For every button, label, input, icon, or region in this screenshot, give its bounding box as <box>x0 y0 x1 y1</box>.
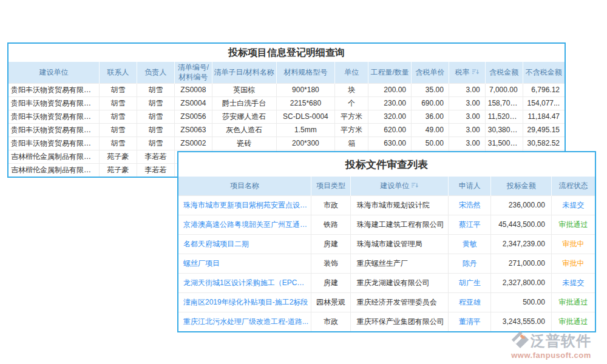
review-cell-0[interactable]: 潼南区2019年绿化补贴项目-施工2标段 <box>178 293 311 312</box>
sort-icon[interactable] <box>472 69 479 75</box>
detail-cell-4: 莎安娜人造石 <box>212 110 276 124</box>
detail-cell-10: 158,700... <box>485 97 523 110</box>
column-label: 建设单位 <box>39 68 69 76</box>
column-label: 联系人 <box>107 68 129 76</box>
detail-cell-8: 50.00 <box>412 137 449 150</box>
review-cell-5: 审批通过 <box>551 293 595 312</box>
detail-column-header-9[interactable]: 税率 <box>449 62 485 84</box>
detail-cell-10: 31,500.00 <box>485 137 523 150</box>
review-cell-5: 未提交 <box>551 274 595 293</box>
bid-review-list-panel: 投标文件审查列表 项目名称项目类型建设单位申请人投标金额流程状态 珠海市城市更新… <box>177 151 596 332</box>
detail-cell-5: 900*180 <box>276 84 335 97</box>
detail-column-header-7: 工程量/数量 <box>368 62 412 84</box>
detail-cell-3: ZS0056 <box>174 110 212 124</box>
column-label: 清单编号/材料编号 <box>178 63 209 81</box>
fanpu-watermark: 泛普软件 www.fanpusoft.com <box>511 331 591 360</box>
detail-column-header-8: 含税单价 <box>412 62 449 84</box>
detail-cell-2: 胡雪 <box>137 137 175 150</box>
detail-cell-5: 200*300 <box>276 137 335 150</box>
review-row: 珠海市城市更新项目紫桐苑安置点设计...市政珠海市城市规划设计院宋浩然236,0… <box>178 196 595 215</box>
detail-cell-6: 箱 <box>335 137 368 150</box>
detail-cell-11: 154,077... <box>523 97 565 110</box>
detail-cell-2: 胡雪 <box>137 110 175 124</box>
review-row: 潼南区2019年绿化补贴项目-施工2标段园林景观重庆经济开发管理委员会程亚雄50… <box>178 293 595 312</box>
review-cell-0[interactable]: 龙湖天街城1区设计采购施工（EPC）... <box>178 274 311 293</box>
review-header-row: 项目名称项目类型建设单位申请人投标金额流程状态 <box>178 177 595 196</box>
detail-cell-6: 块 <box>335 84 368 97</box>
detail-row: 贵阳丰沃物资贸易有限公司胡雪胡雪ZS0008英国棕900*180块200.003… <box>8 84 565 97</box>
detail-cell-3: ZS0063 <box>174 124 212 137</box>
detail-cell-8: 35.00 <box>412 84 449 97</box>
review-panel-title: 投标文件审查列表 <box>178 152 595 177</box>
fanpu-logo-icon <box>511 331 529 351</box>
column-label: 清单子目/材料名称 <box>214 68 274 76</box>
detail-cell-1: 胡雪 <box>100 84 137 97</box>
review-cell-3[interactable]: 董清平 <box>448 312 491 332</box>
column-label: 单位 <box>344 68 359 76</box>
review-table: 项目名称项目类型建设单位申请人投标金额流程状态 珠海市城市更新项目紫桐苑安置点设… <box>178 177 595 331</box>
detail-panel-title: 投标项目信息登记明细查询 <box>8 44 565 62</box>
detail-cell-10: 7,000.00 <box>485 84 523 97</box>
column-label: 负责人 <box>144 68 166 76</box>
review-column-header-2[interactable]: 建设单位 <box>350 177 448 196</box>
review-cell-0[interactable]: 珠海市城市更新项目紫桐苑安置点设计... <box>178 196 311 215</box>
review-cell-0[interactable]: 重庆江北污水处理厂级改造工程-道路... <box>178 312 311 332</box>
detail-header-row: 建设单位联系人负责人清单编号/材料编号清单子目/材料名称材料规格型号单位工程量/… <box>8 62 565 84</box>
column-label: 税率 <box>455 68 470 76</box>
column-label: 工程量/数量 <box>370 68 409 76</box>
column-label: 含税金额 <box>489 68 518 76</box>
review-cell-3[interactable]: 程亚雄 <box>448 293 491 312</box>
detail-cell-3: ZS0008 <box>174 84 212 97</box>
detail-cell-0: 贵阳丰沃物资贸易有限公司 <box>8 84 100 97</box>
detail-column-header-3: 清单编号/材料编号 <box>174 62 212 84</box>
review-cell-1: 房建 <box>311 235 351 254</box>
detail-cell-2: 胡雪 <box>137 124 175 137</box>
review-cell-4: 3,243,555.00 <box>491 312 551 332</box>
review-cell-3[interactable]: 宋浩然 <box>448 196 491 215</box>
review-cell-3[interactable]: 胡广生 <box>448 274 491 293</box>
review-cell-1: 园林景观 <box>311 293 351 312</box>
detail-cell-2: 胡雪 <box>137 84 175 97</box>
detail-cell-9: 3.00 <box>449 124 485 137</box>
review-cell-3[interactable]: 蔡江平 <box>448 215 491 235</box>
detail-cell-1: 胡雪 <box>100 110 137 124</box>
detail-column-header-4: 清单子目/材料名称 <box>212 62 276 84</box>
review-cell-1: 铁路 <box>311 215 351 235</box>
detail-cell-8: 49.00 <box>412 124 449 137</box>
review-row: 京港澳高速公路粤境韶关至广州互通路...铁路珠海建工建筑工程有限公司蔡江平45,… <box>178 215 595 235</box>
sort-icon[interactable] <box>411 182 418 189</box>
review-cell-3[interactable]: 陈丹 <box>448 254 491 274</box>
review-cell-5: 审批中 <box>551 235 595 254</box>
review-cell-2: 重庆环保产业集团有限公司 <box>350 312 448 332</box>
review-cell-0[interactable]: 螺丝厂项目 <box>178 254 311 274</box>
detail-cell-0: 贵阳丰沃物资贸易有限公司 <box>8 124 100 137</box>
review-row: 重庆江北污水处理厂级改造工程-道路...市政重庆环保产业集团有限公司董清平3,2… <box>178 312 595 332</box>
detail-column-header-1: 联系人 <box>100 62 137 84</box>
detail-cell-10: 11,520.00 <box>485 110 523 124</box>
review-cell-1: 市政 <box>311 312 351 332</box>
detail-column-header-2: 负责人 <box>137 62 175 84</box>
detail-cell-0: 贵阳丰沃物资贸易有限公司 <box>8 97 100 110</box>
detail-cell-8: 690.00 <box>412 97 449 110</box>
review-cell-2: 珠海建工建筑工程有限公司 <box>350 215 448 235</box>
column-label: 不含税金额 <box>526 68 562 76</box>
detail-row: 贵阳丰沃物资贸易有限公司胡雪胡雪ZS0063灰色人造石1.5mm平方米620.0… <box>8 124 565 137</box>
detail-cell-4: 爵士白洗手台 <box>212 97 276 110</box>
review-column-header-1: 项目类型 <box>311 177 351 196</box>
detail-cell-9: 3.00 <box>449 97 485 110</box>
detail-column-header-6: 单位 <box>335 62 368 84</box>
column-label: 投标金额 <box>507 181 536 190</box>
detail-cell-9: 3.00 <box>449 137 485 150</box>
detail-cell-2: 李若若 <box>137 164 175 177</box>
detail-column-header-0: 建设单位 <box>8 62 100 84</box>
review-cell-4: 271,000.00 <box>491 254 551 274</box>
review-cell-3[interactable]: 黄敏 <box>448 235 491 254</box>
detail-cell-7: 230.00 <box>368 97 412 110</box>
review-cell-0[interactable]: 名都天府城项目二期 <box>178 235 311 254</box>
review-cell-2: 重庆龙湖建设有限公司 <box>350 274 448 293</box>
brand-url: www.fanpusoft.com <box>511 351 591 360</box>
review-cell-5: 审批通过 <box>551 312 595 332</box>
review-column-header-4: 投标金额 <box>491 177 551 196</box>
detail-cell-0: 吉林楷伦金属制品有限公司 <box>8 150 100 164</box>
review-cell-0[interactable]: 京港澳高速公路粤境韶关至广州互通路... <box>178 215 311 235</box>
